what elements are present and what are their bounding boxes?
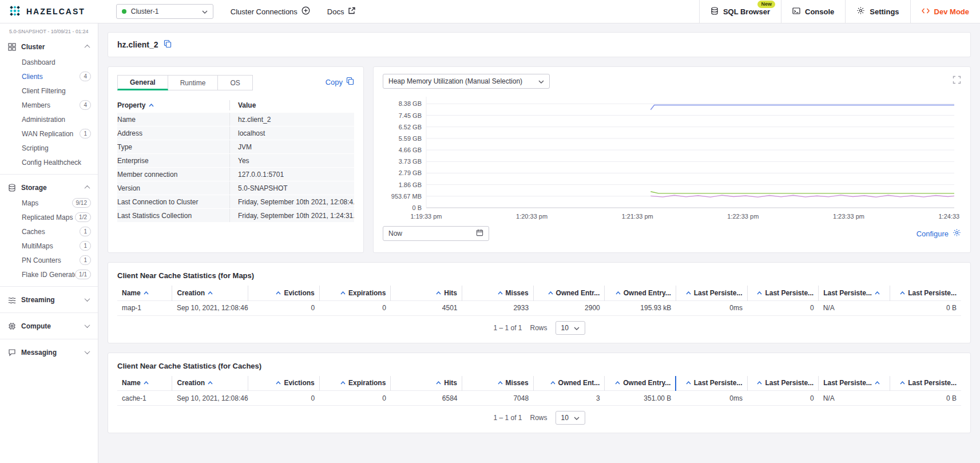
column-header-last-persiste[interactable]: Last Persiste... bbox=[819, 286, 890, 300]
sql-browser-button[interactable]: New SQL Browser bbox=[699, 0, 781, 23]
sidebar-item-administration[interactable]: Administration bbox=[0, 112, 98, 126]
sidebar-item-members[interactable]: Members4 bbox=[0, 98, 98, 112]
sidebar-item-client-filtering[interactable]: Client Filtering bbox=[0, 84, 98, 98]
column-label: Last Persiste... bbox=[694, 379, 743, 387]
sidebar-item-pn-counters[interactable]: PN Counters1 bbox=[0, 253, 98, 267]
time-range-input[interactable]: Now bbox=[383, 226, 489, 241]
console-button[interactable]: Console bbox=[781, 0, 845, 23]
sort-caret-icon bbox=[615, 381, 620, 385]
chart-series-green bbox=[650, 192, 954, 193]
details-tabs: General Runtime OS bbox=[117, 75, 253, 90]
sidebar-item-wan-replication[interactable]: WAN Replication1 bbox=[0, 126, 98, 141]
hazelcast-logo[interactable]: HAZELCAST bbox=[0, 0, 93, 23]
tab-runtime[interactable]: Runtime bbox=[168, 75, 219, 90]
sidebar-item-maps[interactable]: Maps9/12 bbox=[0, 196, 98, 210]
tab-general[interactable]: General bbox=[117, 75, 168, 90]
page-size-select[interactable]: 10 bbox=[556, 321, 585, 335]
property-row: Namehz.client_2 bbox=[117, 113, 354, 126]
column-header-owned-entr[interactable]: Owned Entr... bbox=[533, 286, 605, 300]
table-cell: 0 bbox=[248, 391, 320, 406]
sidebar-section-cluster[interactable]: Cluster bbox=[0, 38, 98, 55]
column-label: Last Persiste... bbox=[694, 289, 743, 297]
svg-text:5.59 GB: 5.59 GB bbox=[399, 135, 422, 142]
metric-select[interactable]: Heap Memory Utilization (Manual Selectio… bbox=[383, 74, 550, 89]
column-header-misses[interactable]: Misses bbox=[462, 286, 534, 300]
column-header-last-persiste[interactable]: Last Persiste... bbox=[890, 286, 961, 300]
sidebar-section-messaging[interactable]: Messaging bbox=[0, 344, 98, 361]
table-cell: 195.93 kB bbox=[605, 300, 676, 315]
column-header-last-persiste[interactable]: Last Persiste... bbox=[676, 376, 747, 391]
pagination: 1 – 1 of 1 Rows 10 bbox=[108, 316, 970, 342]
rows-label: Rows bbox=[530, 414, 547, 422]
column-header-creation[interactable]: Creation bbox=[172, 286, 248, 300]
chart-toolbar: Heap Memory Utilization (Manual Selectio… bbox=[383, 74, 961, 89]
client-details-card: General Runtime OS Copy Property bbox=[108, 66, 364, 253]
column-header-name[interactable]: Name bbox=[117, 286, 172, 300]
cluster-select[interactable]: Cluster-1 bbox=[116, 4, 213, 19]
settings-button[interactable]: Settings bbox=[845, 0, 910, 23]
sidebar-item-dashboard[interactable]: Dashboard bbox=[0, 55, 98, 69]
tab-os[interactable]: OS bbox=[218, 75, 252, 90]
column-label: Misses bbox=[506, 379, 529, 387]
property-row: Last Statistics CollectionFriday, Septem… bbox=[117, 209, 354, 223]
column-header-last-persiste[interactable]: Last Persiste... bbox=[819, 376, 890, 391]
copy-button[interactable]: Copy bbox=[326, 77, 354, 87]
table-cell: 6584 bbox=[391, 391, 462, 406]
configure-button[interactable]: Configure bbox=[916, 228, 961, 239]
column-label: Last Persiste... bbox=[765, 379, 814, 387]
dev-mode-button[interactable]: Dev Mode bbox=[910, 0, 980, 23]
sidebar-section-label: Compute bbox=[21, 322, 80, 330]
sort-caret-icon[interactable] bbox=[149, 104, 154, 107]
property-row: Last Connection to ClusterFriday, Septem… bbox=[117, 195, 354, 209]
column-header-hits[interactable]: Hits bbox=[391, 286, 462, 300]
sidebar-item-clients[interactable]: Clients4 bbox=[0, 69, 98, 84]
table-cell: 3 bbox=[533, 391, 605, 406]
sidebar-item-caches[interactable]: Caches1 bbox=[0, 224, 98, 239]
table-row[interactable]: cache-1Sep 10, 2021, 12:08:4600658470483… bbox=[117, 391, 961, 406]
column-header-expirations[interactable]: Expirations bbox=[319, 286, 391, 300]
heap-chart: 8.38 GB7.45 GB6.52 GB5.59 GB4.66 GB3.73 … bbox=[383, 91, 961, 225]
sidebar-item-flake-id-generators[interactable]: Flake ID Generators1/1 bbox=[0, 267, 98, 282]
column-header-last-persiste[interactable]: Last Persiste... bbox=[890, 376, 961, 391]
column-header-expirations[interactable]: Expirations bbox=[319, 376, 391, 391]
sidebar-item-label: Flake ID Generators bbox=[22, 271, 75, 279]
sidebar-section-compute[interactable]: Compute bbox=[0, 318, 98, 334]
docs-link[interactable]: Docs bbox=[327, 7, 356, 16]
sidebar-item-config-healthcheck[interactable]: Config Healthcheck bbox=[0, 155, 98, 169]
column-header-creation[interactable]: Creation bbox=[172, 376, 248, 391]
table-cell: cache-1 bbox=[117, 391, 172, 406]
details-and-chart-row: General Runtime OS Copy Property bbox=[108, 66, 971, 253]
sidebar-item-multimaps[interactable]: MultiMaps1 bbox=[0, 239, 98, 253]
column-header-owned-ent[interactable]: Owned Ent... bbox=[533, 376, 605, 391]
chevron-down-icon bbox=[574, 324, 580, 332]
cluster-connections-button[interactable]: Cluster Connections bbox=[231, 6, 310, 17]
column-header-last-persiste[interactable]: Last Persiste... bbox=[747, 286, 819, 300]
version-label: 5.0-SNAPSHOT - 10/09/21 - 01:24 bbox=[0, 23, 98, 38]
column-header-owned-entry[interactable]: Owned Entry... bbox=[605, 376, 676, 391]
main-content: hz.client_2 General Runtime OS Copy bbox=[98, 23, 980, 463]
page-size-select[interactable]: 10 bbox=[556, 411, 585, 425]
table-cell: 0 bbox=[319, 300, 391, 315]
column-header-name[interactable]: Name bbox=[117, 376, 172, 391]
column-header-hits[interactable]: Hits bbox=[391, 376, 462, 391]
table-cell: Sep 10, 2021, 12:08:46 bbox=[172, 300, 248, 315]
column-header-evictions[interactable]: Evictions bbox=[248, 286, 320, 300]
column-header-evictions[interactable]: Evictions bbox=[248, 376, 320, 391]
sort-caret-icon bbox=[900, 291, 905, 295]
column-header-misses[interactable]: Misses bbox=[462, 376, 534, 391]
copy-title-icon[interactable] bbox=[164, 39, 172, 50]
fullscreen-icon[interactable] bbox=[953, 76, 961, 86]
sidebar-section-storage[interactable]: Storage bbox=[0, 179, 98, 196]
cluster-connections-label: Cluster Connections bbox=[231, 7, 297, 16]
sidebar-section-streaming[interactable]: Streaming bbox=[0, 291, 98, 308]
terminal-icon bbox=[792, 7, 800, 17]
sidebar-item-scripting[interactable]: Scripting bbox=[0, 141, 98, 155]
column-header-owned-entry[interactable]: Owned Entry... bbox=[605, 286, 676, 300]
near-cache-maps-table: NameCreationEvictionsExpirationsHitsMiss… bbox=[117, 286, 961, 316]
property-value: Friday, September 10th 2021, 12:08:4... bbox=[229, 195, 354, 208]
column-header-last-persiste[interactable]: Last Persiste... bbox=[747, 376, 819, 391]
sidebar-item-replicated-maps[interactable]: Replicated Maps1/2 bbox=[0, 210, 98, 224]
table-row[interactable]: map-1Sep 10, 2021, 12:08:460045012933290… bbox=[117, 300, 961, 315]
column-header-last-persiste[interactable]: Last Persiste... bbox=[676, 286, 747, 300]
database-icon bbox=[711, 7, 719, 17]
